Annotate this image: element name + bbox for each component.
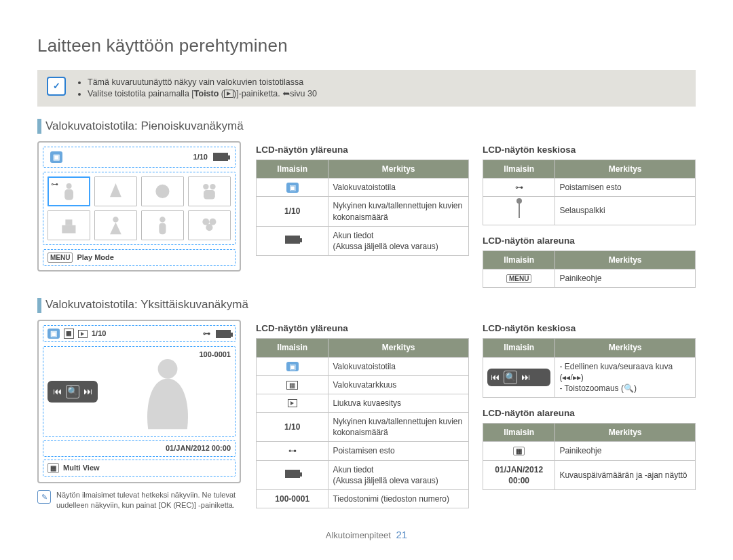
table-row: 1/10Nykyinen kuva/tallennettujen kuvien … — [257, 413, 469, 442]
thumbnail[interactable] — [188, 210, 231, 240]
file-number: 100-0001 — [200, 350, 231, 360]
table-row: 1/10Nykyinen kuva/tallennettujen kuvien … — [257, 197, 469, 226]
table-row: Selauspalkki — [483, 197, 696, 225]
table-row: ⊶Poistamisen esto — [257, 442, 469, 460]
table-row: ▦Painikeohje — [483, 442, 696, 460]
svg-rect-6 — [204, 190, 215, 199]
table-s2-mid: IlmaisinMerkitys ⏮🔍⏭- Edellinen kuva/seu… — [483, 338, 696, 398]
play-icon — [224, 90, 233, 98]
page-footer: Alkutoimenpiteet 21 — [37, 528, 696, 542]
table-s2-top: IlmaisinMerkitys ▣Valokuvatoistotila▦Val… — [256, 338, 469, 508]
svg-point-16 — [158, 359, 178, 379]
info-line-2: Valitse toistotila painamalla [Toisto ()… — [88, 88, 317, 100]
table-row: ▣Valokuvatoistotila — [257, 357, 469, 375]
thumbnail-selected[interactable]: ⊶ — [48, 176, 90, 206]
prev-icon[interactable]: ⏮ — [53, 386, 62, 398]
date-time: 01/JAN/2012 00:00 — [43, 440, 236, 457]
svg-rect-1 — [64, 189, 73, 200]
next-icon[interactable]: ⏭ — [83, 386, 92, 398]
table-row: MENUPainikeohje — [483, 269, 696, 287]
check-icon: ✓ — [47, 77, 66, 96]
image-counter: 1/10 — [193, 152, 208, 162]
multiview-label: Multi View — [63, 463, 100, 473]
table-row: 01/JAN/2012 00:00Kuvauspäivämäärän ja -a… — [483, 460, 696, 489]
svg-point-14 — [209, 219, 216, 225]
resolution-icon: ▦ — [64, 329, 74, 338]
svg-point-3 — [155, 185, 169, 198]
arrow-icon: ➦ — [282, 88, 290, 100]
svg-rect-7 — [62, 225, 75, 234]
subhead-bot: LCD-näytön alareuna — [483, 407, 696, 419]
svg-marker-10 — [110, 222, 121, 234]
svg-rect-8 — [65, 219, 72, 225]
svg-marker-2 — [110, 183, 121, 197]
image-counter: 1/10 — [92, 329, 106, 339]
page-number: 21 — [396, 529, 408, 540]
svg-point-15 — [206, 224, 212, 231]
section-title-single: Valokuvatoistotila: Yksittäiskuvanäkymä — [37, 297, 696, 313]
play-mode-label: Play Mode — [77, 253, 113, 263]
zoom-icon[interactable]: 🔍 — [66, 385, 79, 398]
svg-point-11 — [159, 217, 165, 222]
info-callout: ✓ Tämä kuvaruutunäyttö näkyy vain valoku… — [37, 70, 696, 107]
svg-point-5 — [210, 184, 215, 189]
multiview-chip[interactable]: ▦ — [48, 463, 59, 474]
table-row: Akun tiedot (Akussa jäljellä oleva varau… — [257, 226, 469, 255]
subhead-mid: LCD-näytön keskiosa — [483, 322, 696, 335]
photo-preview — [105, 351, 231, 432]
table-row: ⏮🔍⏭- Edellinen kuva/seuraava kuva (◂◂/▸▸… — [483, 357, 696, 398]
thumbnail[interactable] — [141, 210, 184, 240]
table-s1-top: IlmaisinMerkitys ▣Valokuvatoistotila1/10… — [256, 160, 469, 256]
svg-point-0 — [67, 183, 72, 189]
page-title: Laitteen käyttöön perehtyminen — [37, 34, 696, 58]
menu-chip[interactable]: MENU — [48, 253, 73, 263]
table-s1-mid: IlmaisinMerkitys ⊶Poistamisen estoSelaus… — [483, 160, 696, 225]
subhead-bot: LCD-näytön alareuna — [483, 235, 696, 247]
svg-point-9 — [113, 217, 118, 222]
thumbnail[interactable] — [94, 176, 137, 206]
svg-point-13 — [202, 219, 209, 225]
lock-icon: ⊶ — [51, 179, 58, 189]
lock-icon: ⊶ — [203, 329, 210, 339]
table-row: ▣Valokuvatoistotila — [257, 179, 469, 197]
subhead-mid: LCD-näytön keskiosa — [483, 144, 696, 156]
thumbnail[interactable] — [94, 210, 137, 240]
lcd-thumbnail-view: ▣ 1/10 ⊶ — [37, 141, 241, 272]
table-row: Akun tiedot (Akussa jäljellä oleva varau… — [257, 460, 469, 489]
thumbnail[interactable] — [188, 176, 231, 206]
battery-icon — [213, 153, 228, 161]
svg-rect-12 — [159, 223, 166, 234]
play-icon — [78, 330, 88, 338]
photo-mode-icon: ▣ — [48, 329, 60, 339]
subhead-top: LCD-näytön yläreuna — [256, 144, 469, 156]
table-s2-bot: IlmaisinMerkitys ▦Painikeohje01/JAN/2012… — [483, 423, 696, 490]
footnote: ✎ Näytön ilmaisimet tulevat hetkeksi näk… — [37, 490, 241, 510]
table-s1-bot: IlmaisinMerkitys MENUPainikeohje — [483, 250, 696, 288]
thumbnail[interactable] — [141, 176, 184, 206]
thumbnail[interactable] — [48, 210, 90, 240]
svg-point-4 — [203, 184, 208, 189]
photo-mode-icon: ▣ — [50, 151, 62, 163]
lcd-single-view: ▣ ▦ 1/10 ⊶ 100-0001 ⏮ 🔍 ⏭ — [37, 320, 241, 483]
table-row: ▦Valokuvatarkkuus — [257, 375, 469, 394]
section-title-thumbnail: Valokuvatoistotila: Pienoiskuvanäkymä — [37, 119, 696, 134]
table-row: ⊶Poistamisen esto — [483, 179, 696, 197]
table-row: Liukuva kuvaesitys — [257, 394, 469, 412]
table-row: 100-0001Tiedostonimi (tiedoston numero) — [257, 490, 469, 508]
info-line-1: Tämä kuvaruutunäyttö näkyy vain valokuvi… — [88, 77, 317, 88]
note-icon: ✎ — [37, 490, 51, 504]
subhead-top: LCD-näytön yläreuna — [256, 322, 469, 335]
nav-control[interactable]: ⏮ 🔍 ⏭ — [48, 381, 98, 403]
battery-icon — [216, 330, 231, 338]
